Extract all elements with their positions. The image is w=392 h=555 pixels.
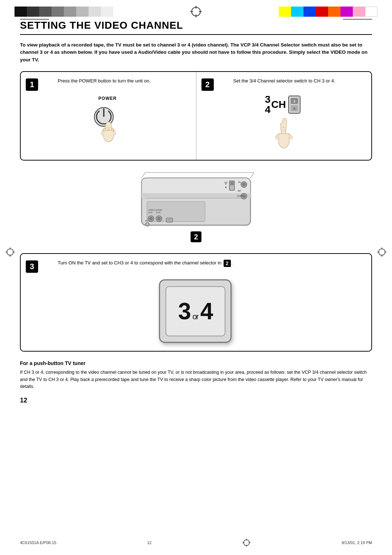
step3-container: 3 Turn ON the TV and set to CH3 or 4 to … <box>20 253 372 352</box>
ch-top-num: 3 <box>265 94 271 105</box>
vcr-section: 3 CH 4 IN RF OUT VIDEO OUT <box>20 167 372 242</box>
step2-ref-badge: 2 <box>191 231 201 242</box>
svg-text:4: 4 <box>293 107 295 110</box>
thin-lines-row <box>0 17 392 20</box>
push-button-title: For a push-button TV tuner <box>20 360 372 366</box>
svg-rect-25 <box>147 202 205 222</box>
intro-text: To view playback of a recorded tape, the… <box>20 41 372 64</box>
svg-rect-24 <box>142 193 250 198</box>
step1-box: 1 Press the POWER button to turn the uni… <box>21 72 196 160</box>
page-footer: 4C61501A E/P08-15 12 9/13/01, 2:19 PM <box>0 538 392 547</box>
swatch-white2 <box>365 7 377 17</box>
swatch-yellow <box>279 7 291 17</box>
svg-text:RF: RF <box>238 190 241 192</box>
swatch-gray2 <box>64 7 76 17</box>
steps-12-container: 1 Press the POWER button to turn the uni… <box>20 71 372 161</box>
page-title: SETTING THE VIDEO CHANNEL <box>20 20 372 35</box>
page-number: 12 <box>20 397 372 404</box>
svg-point-47 <box>146 223 149 226</box>
svg-point-36 <box>242 195 245 198</box>
svg-point-10 <box>379 249 385 255</box>
side-crosshair-left <box>5 247 15 259</box>
svg-point-5 <box>7 249 13 255</box>
svg-line-49 <box>142 173 145 178</box>
channel-or: or <box>192 312 198 321</box>
swatch-gray1 <box>52 7 64 17</box>
svg-point-52 <box>244 540 249 546</box>
svg-text:4: 4 <box>225 186 226 189</box>
step2-ref-badge-container: 2 <box>20 231 372 242</box>
tv-inner: 3 or 4 <box>166 286 225 336</box>
svg-text:CH: CH <box>224 181 228 183</box>
tv-channel-display: 3 or 4 <box>178 298 213 325</box>
step3-header: 3 Turn ON the TV and set to CH3 or 4 to … <box>26 260 365 273</box>
channel-4: 4 <box>200 298 213 325</box>
swatch-dark2 <box>39 7 52 17</box>
ch-label: CH <box>271 99 286 110</box>
swatch-red <box>316 7 328 17</box>
step2-badge: 2 <box>201 78 214 91</box>
svg-text:IN: IN <box>238 181 241 183</box>
vcr-container: 3 CH 4 IN RF OUT VIDEO OUT <box>20 167 372 231</box>
footer-date: 9/13/01, 2:19 PM <box>342 540 372 545</box>
step1-text: Press the POWER button to turn the unit … <box>58 78 151 85</box>
ch-bot-num: 4 <box>265 105 271 115</box>
step3-badge: 3 <box>26 260 38 273</box>
swatch-pink <box>353 7 365 17</box>
step3-ref: 2 <box>224 260 231 267</box>
swatch-black <box>15 7 27 17</box>
thin-line-right <box>343 19 372 20</box>
push-button-text: If CH 3 or 4, corresponding to the video… <box>20 369 372 390</box>
svg-text:OUT: OUT <box>148 211 153 214</box>
svg-line-50 <box>250 173 254 178</box>
side-crosshair-right <box>377 247 387 259</box>
step1-badge: 1 <box>26 78 38 91</box>
footer-center <box>242 538 251 547</box>
tv-display: 3 or 4 <box>26 279 365 343</box>
step3-text-content: Turn ON the TV and set to CH3 or 4 to co… <box>58 260 221 266</box>
svg-point-41 <box>150 217 152 220</box>
color-bar-left <box>15 7 113 17</box>
svg-text:AUDIO: AUDIO <box>155 209 162 211</box>
swatch-cyan <box>291 7 303 17</box>
swatch-gray3 <box>76 7 89 17</box>
step2-box: 2 Set the 3/4 Channel selector switch to… <box>196 72 372 160</box>
swatch-dark1 <box>27 7 39 17</box>
svg-text:OUT: OUT <box>237 195 243 197</box>
svg-text:VIDEO: VIDEO <box>148 209 155 211</box>
step3-text: Turn ON the TV and set to CH3 or 4 to co… <box>58 260 233 267</box>
swatch-white <box>101 7 113 17</box>
color-bar-row <box>0 0 392 17</box>
tv-outer: 3 or 4 <box>159 279 232 343</box>
swatch-magenta <box>340 7 353 17</box>
power-label: POWER <box>98 96 117 101</box>
power-hand-svg <box>84 103 131 147</box>
swatch-light1 <box>89 7 101 17</box>
push-button-section: For a push-button TV tuner If CH 3 or 4,… <box>20 360 372 390</box>
svg-rect-48 <box>166 218 173 222</box>
svg-text:3: 3 <box>293 100 295 103</box>
ch-switch-svg: 3 4 <box>287 95 301 114</box>
vcr-svg: 3 CH 4 IN RF OUT VIDEO OUT <box>134 167 258 231</box>
svg-text:OUT: OUT <box>156 211 161 214</box>
svg-point-33 <box>242 183 245 186</box>
page-content: SETTING THE VIDEO CHANNEL To view playba… <box>0 20 392 416</box>
step2-text: Set the 3/4 Channel selector switch to C… <box>233 78 335 85</box>
footer-crosshair-icon <box>242 538 251 547</box>
footer-page-num: 12 <box>147 540 151 545</box>
step2-hand-svg <box>260 118 307 154</box>
svg-rect-30 <box>230 182 234 185</box>
channel-3: 3 <box>178 298 191 325</box>
swatch-orange <box>328 7 340 17</box>
step1-illustration: POWER <box>26 96 189 147</box>
color-bar-right <box>279 7 377 17</box>
svg-point-45 <box>158 217 160 220</box>
footer-code: 4C61501A E/P08-15 <box>20 540 56 545</box>
thin-line-left <box>20 19 49 20</box>
svg-text:DC: DC <box>145 220 148 222</box>
swatch-blue <box>303 7 316 17</box>
step2-illustration: 3 4 CH 3 4 <box>201 94 365 154</box>
